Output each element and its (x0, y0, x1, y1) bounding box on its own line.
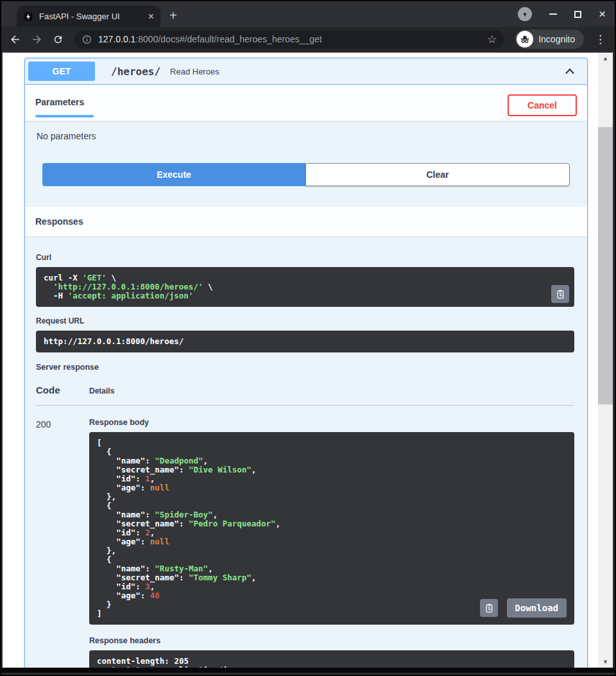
opblock-get-heroes: GET /heroes/ Read Heroes Parameters Canc… (24, 58, 588, 668)
code-column-header: Code (36, 385, 89, 395)
tab-list-caret-icon[interactable]: ▾ (518, 7, 532, 21)
tab-parameters: Parameters (35, 91, 94, 117)
minimize-button[interactable] (549, 13, 557, 15)
parameters-title: Parameters (35, 97, 84, 107)
server-response-label: Server response (36, 363, 574, 372)
kebab-menu-icon[interactable]: ⋮ (595, 33, 606, 46)
request-url-value: http://127.0.0.1:8000/heroes/ (44, 337, 567, 346)
tab-bar: FastAPI - Swagger UI × + ▾ × (1, 1, 615, 27)
endpoint-description: Read Heroes (170, 67, 219, 76)
response-headers-label: Response headers (89, 636, 574, 645)
no-parameters-text: No parameters (25, 121, 587, 162)
response-body-block: [ { "name": "Deadpond", "secret_name": "… (89, 432, 574, 625)
copy-curl-button[interactable] (551, 285, 569, 303)
endpoint-summary[interactable]: GET /heroes/ Read Heroes (25, 58, 587, 85)
curl-command-block: curl -X 'GET' \ 'http://127.0.0.1:8000/h… (36, 267, 574, 307)
swagger-page: GET /heroes/ Read Heroes Parameters Canc… (3, 53, 601, 668)
response-body-label: Response body (89, 418, 574, 427)
forward-button[interactable] (31, 33, 43, 46)
clear-button[interactable]: Clear (305, 163, 570, 186)
browser-toolbar: 127.0.0.1:8000/docs#/default/read_heroes… (1, 27, 615, 51)
endpoint-path: /heroes/ (111, 65, 160, 78)
execute-wrapper: Execute Clear (25, 162, 587, 207)
incognito-icon (517, 31, 533, 48)
curl-label: Curl (36, 253, 574, 262)
request-url-block: http://127.0.0.1:8000/heroes/ (36, 331, 574, 352)
window-close-button[interactable]: × (599, 10, 606, 19)
url-text: 127.0.0.1:8000/docs#/default/read_heroes… (98, 34, 481, 44)
scrollbar-thumb[interactable] (598, 127, 613, 404)
http-method-badge: GET (28, 62, 95, 81)
collapse-chevron-icon[interactable] (563, 65, 576, 77)
cancel-button[interactable]: Cancel (508, 94, 577, 116)
download-button[interactable]: Download (507, 598, 567, 618)
back-button[interactable] (9, 33, 21, 46)
maximize-button[interactable] (574, 11, 581, 18)
browser-window: FastAPI - Swagger UI × + ▾ × 127.0.0.1:8… (0, 0, 616, 676)
details-column-header: Details (89, 385, 574, 395)
incognito-badge: Incognito (515, 30, 584, 49)
responses-body: Curl curl -X 'GET' \ 'http://127.0.0.1:8… (25, 236, 587, 668)
address-bar[interactable]: 127.0.0.1:8000/docs#/default/read_heroes… (74, 30, 504, 49)
execute-button[interactable]: Execute (42, 163, 305, 186)
scroll-down-arrow-icon[interactable]: ▼ (598, 659, 613, 665)
browser-tab[interactable]: FastAPI - Swagger UI × (17, 6, 160, 27)
window-bottom-edge (1, 668, 615, 675)
reload-button[interactable] (53, 34, 64, 45)
response-table-header: Code Details (36, 385, 574, 406)
incognito-label: Incognito (538, 34, 575, 44)
request-url-label: Request URL (36, 316, 574, 325)
responses-section-header: Responses (25, 207, 587, 236)
response-row: 200 Response body [ { "name": "Deadpond"… (36, 414, 574, 668)
copy-response-button[interactable] (480, 599, 498, 617)
scroll-up-arrow-icon[interactable]: ▲ (598, 55, 613, 62)
tab-title: FastAPI - Swagger UI (39, 12, 142, 21)
site-info-icon[interactable] (82, 35, 92, 44)
bookmark-star-icon[interactable]: ☆ (487, 33, 497, 46)
response-headers-block: content-length: 205content-type: applica… (89, 650, 574, 668)
active-tab-underline (35, 115, 94, 117)
parameters-header: Parameters Cancel (25, 85, 587, 121)
fastapi-logo-icon (23, 12, 33, 22)
response-details-cell: Response body [ { "name": "Deadpond", "s… (89, 414, 574, 668)
scrollbar[interactable]: ▲ ▼ (598, 53, 613, 668)
new-tab-button[interactable]: + (169, 9, 177, 22)
tab-close-icon[interactable]: × (148, 12, 154, 22)
status-code: 200 (36, 414, 89, 668)
